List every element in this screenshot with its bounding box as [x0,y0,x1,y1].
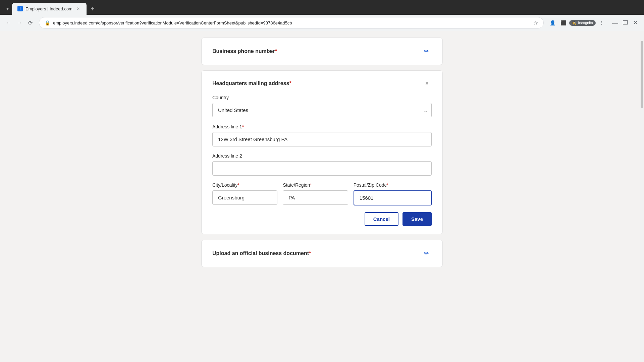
browser-actions: 👤 ⬛ 🕵 Incognito ⋮ [548,18,606,27]
cancel-button[interactable]: Cancel [365,212,398,226]
form-actions: Cancel Save [212,212,432,226]
tab-favicon: i [17,6,23,11]
scrollbar-thumb[interactable] [641,41,643,108]
state-col: State/Region* [283,182,348,205]
address1-group: Address line 1* [212,124,432,146]
address-form-title: Headquarters mailing address* [212,80,291,86]
close-window-button[interactable]: ✕ [631,18,640,27]
country-label: Country [212,95,432,100]
upload-document-section: Upload an official business document* ✏ [201,240,443,267]
page-content: Business phone number* ✏ Headquarters ma… [0,31,644,362]
required-marker: * [275,48,277,54]
address-form-header: Headquarters mailing address* × [212,79,432,88]
window-controls: — ❐ ✕ [610,18,640,27]
zip-input[interactable] [354,190,432,205]
active-tab[interactable]: i Employers | Indeed.com ✕ [12,3,87,15]
bookmark-icon[interactable]: ☆ [533,20,538,26]
lock-icon: 🔒 [45,20,50,25]
state-input[interactable] [283,190,348,205]
country-select[interactable]: United States [212,103,432,117]
forward-button[interactable]: → [15,18,24,27]
profile-btn[interactable]: 👤 [548,18,557,27]
address-form-card: Headquarters mailing address* × Country … [201,70,443,234]
tab-list-btn[interactable]: ▾ [3,4,12,13]
zip-col: Postal/Zip Code* [354,182,432,205]
save-button[interactable]: Save [402,212,432,226]
scrollbar[interactable] [640,31,644,362]
city-input[interactable] [212,190,277,205]
browser-chrome: ▾ i Employers | Indeed.com ✕ + ← → ⟳ 🔒 e… [0,0,644,31]
zip-label: Postal/Zip Code* [354,182,432,188]
edit-icon: ✏ [424,48,429,55]
more-options-btn[interactable]: ⋮ [597,18,606,27]
address2-input[interactable] [212,161,432,176]
city-required: * [237,182,239,188]
tab-title: Employers | Indeed.com [25,6,72,11]
zip-required: * [387,182,388,188]
address1-required: * [242,124,244,129]
extensions-btn[interactable]: ⬛ [558,18,568,27]
upload-section-header: Upload an official business document* ✏ [212,248,432,259]
reload-button[interactable]: ⟳ [25,18,35,27]
address-form-close-button[interactable]: × [422,79,432,88]
country-group: Country United States ⌄ [212,95,432,117]
restore-button[interactable]: ❐ [621,18,630,27]
upload-edit-icon: ✏ [424,250,429,257]
tab-close-button[interactable]: ✕ [75,6,81,12]
address2-label: Address line 2 [212,153,432,159]
city-state-zip-row: City/Locality* State/Region* Postal/Zip … [212,182,432,205]
minimize-button[interactable]: — [610,18,620,27]
form-sections: Business phone number* ✏ Headquarters ma… [201,38,443,267]
business-phone-section: Business phone number* ✏ [201,38,443,65]
browser-controls: ← → ⟳ 🔒 employers.indeed.com/o/sponsor/v… [0,15,644,31]
address1-input[interactable] [212,132,432,146]
section-header: Business phone number* ✏ [212,46,432,57]
city-label: City/Locality* [212,182,277,188]
url-text: employers.indeed.com/o/sponsor/verificat… [53,20,531,25]
upload-title: Upload an official business document* [212,250,311,256]
incognito-badge: 🕵 Incognito [569,20,596,26]
city-col: City/Locality* [212,182,277,205]
business-phone-edit-button[interactable]: ✏ [421,46,432,57]
state-label: State/Region* [283,182,348,188]
country-select-wrapper: United States ⌄ [212,103,432,117]
close-icon: × [425,80,429,87]
business-phone-title: Business phone number* [212,48,277,54]
address-required-marker: * [289,80,291,86]
upload-required-marker: * [309,250,311,256]
tab-bar: ▾ i Employers | Indeed.com ✕ + [0,0,644,15]
back-button[interactable]: ← [4,18,13,27]
address1-label: Address line 1* [212,124,432,129]
upload-edit-button[interactable]: ✏ [421,248,432,259]
address-bar[interactable]: 🔒 employers.indeed.com/o/sponsor/verific… [39,17,544,28]
state-required: * [310,182,312,188]
address2-group: Address line 2 [212,153,432,176]
new-tab-button[interactable]: + [88,4,97,13]
